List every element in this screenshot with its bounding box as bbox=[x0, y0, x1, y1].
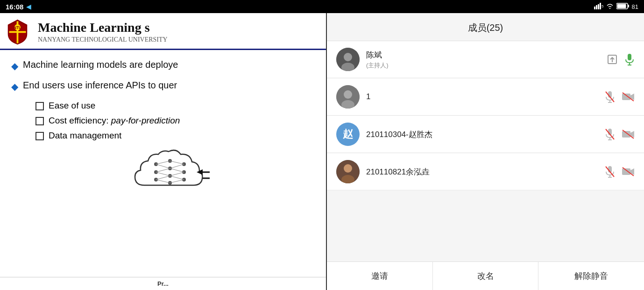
svg-rect-53 bbox=[622, 94, 630, 100]
slide-body: ◆ Machine learning models are deploye ◆ … bbox=[0, 50, 326, 277]
svg-rect-1 bbox=[596, 5, 597, 9]
svg-rect-70 bbox=[622, 168, 630, 175]
sub-item-1: Ease of use bbox=[35, 101, 315, 111]
member-avatar-yu bbox=[336, 160, 360, 183]
svg-rect-6 bbox=[628, 5, 629, 7]
member-name-chenbin: 陈斌 bbox=[366, 50, 607, 60]
battery-icon bbox=[616, 3, 630, 11]
member-controls-zhao bbox=[605, 128, 635, 140]
unmute-button[interactable]: 解除静音 bbox=[538, 262, 644, 290]
signal-icon: 5G bbox=[594, 3, 603, 11]
invite-button[interactable]: 邀请 bbox=[327, 262, 433, 290]
university-name: NANYANG TECHNOLOGICAL UNIVERSITY bbox=[38, 36, 168, 44]
ntu-logo: NTU bbox=[5, 18, 30, 46]
sub-item-2: Cost efficiency: pay-for-prediction bbox=[35, 116, 315, 126]
main-area: NTU Machine Learning s NANYANG TECHNOLOG… bbox=[0, 13, 644, 290]
member-item-zhao: 赵 210110304-赵胜杰 bbox=[327, 116, 644, 153]
avatar-text-zhao: 赵 bbox=[343, 127, 353, 141]
bullet-text-1: Machine learning models are deploye bbox=[23, 59, 178, 70]
member-avatar-1 bbox=[336, 85, 360, 109]
member-avatar-zhao: 赵 bbox=[336, 123, 360, 146]
battery-percent: 81 bbox=[632, 3, 638, 10]
cam-off-icon-yu[interactable] bbox=[622, 167, 635, 177]
checkbox-icon-2 bbox=[35, 117, 44, 125]
member-item-yu: 210110821余泓垚 bbox=[327, 153, 644, 190]
sub-text-1: Ease of use bbox=[49, 101, 95, 111]
member-info-1: 1 bbox=[366, 92, 605, 102]
svg-point-47 bbox=[344, 90, 352, 99]
mic-muted-icon-yu[interactable] bbox=[605, 166, 615, 178]
svg-text:5G: 5G bbox=[602, 4, 603, 8]
members-list: 陈斌 (主持人) bbox=[327, 41, 644, 261]
bullet-item-1: ◆ Machine learning models are deploye bbox=[11, 59, 315, 72]
cloud-area bbox=[11, 145, 315, 202]
member-avatar-chenbin bbox=[336, 48, 360, 71]
svg-line-26 bbox=[156, 172, 170, 176]
diamond-icon-2: ◆ bbox=[11, 81, 18, 92]
svg-line-24 bbox=[156, 164, 170, 168]
svg-rect-2 bbox=[598, 4, 599, 9]
member-info-zhao: 210110304-赵胜杰 bbox=[366, 129, 605, 140]
member-info-yu: 210110821余泓垚 bbox=[366, 167, 605, 177]
member-role-chenbin: (主持人) bbox=[366, 61, 607, 70]
mic-muted-icon-zhao[interactable] bbox=[605, 128, 615, 140]
members-title: 成员(25) bbox=[468, 22, 503, 33]
status-bar: 16:08 ◀ 5G 81 bbox=[0, 0, 644, 13]
svg-point-39 bbox=[344, 53, 352, 61]
member-info-chenbin: 陈斌 (主持人) bbox=[366, 50, 607, 70]
svg-line-32 bbox=[170, 172, 184, 176]
svg-rect-60 bbox=[622, 131, 630, 138]
svg-line-28 bbox=[156, 180, 170, 183]
svg-line-25 bbox=[156, 168, 170, 172]
mic-muted-icon-1[interactable] bbox=[605, 91, 615, 103]
svg-line-33 bbox=[170, 176, 184, 180]
status-time: 16:08 bbox=[6, 3, 23, 11]
diamond-icon-1: ◆ bbox=[11, 60, 18, 72]
checkbox-icon-1 bbox=[35, 102, 44, 110]
member-name-zhao: 210110304-赵胜杰 bbox=[366, 129, 605, 140]
sub-text-2: Cost efficiency: pay-for-prediction bbox=[49, 116, 180, 126]
slide-title: Machine Learning s bbox=[38, 20, 168, 35]
cam-off-icon-1[interactable] bbox=[622, 92, 635, 102]
slide-panel: NTU Machine Learning s NANYANG TECHNOLOG… bbox=[0, 13, 327, 290]
share-icon[interactable] bbox=[607, 54, 618, 65]
svg-text:NTU: NTU bbox=[14, 25, 21, 30]
mic-active-icon[interactable] bbox=[624, 53, 635, 65]
wifi-icon bbox=[606, 3, 614, 11]
svg-rect-0 bbox=[594, 7, 595, 9]
member-name-1: 1 bbox=[366, 92, 605, 102]
rename-button[interactable]: 改名 bbox=[433, 262, 539, 290]
checkbox-icon-3 bbox=[35, 132, 44, 140]
members-panel: 成员(25) 陈斌 (主持人) bbox=[327, 13, 644, 290]
member-name-yu: 210110821余泓垚 bbox=[366, 167, 605, 177]
bullet-text-2: End users use inference APIs to quer bbox=[23, 80, 177, 91]
cloud-diagram bbox=[116, 145, 224, 202]
members-header: 成员(25) bbox=[327, 13, 644, 41]
member-item-chenbin: 陈斌 (主持人) bbox=[327, 41, 644, 78]
bullet-item-2: ◆ End users use inference APIs to quer bbox=[11, 80, 315, 92]
svg-rect-3 bbox=[600, 3, 601, 9]
sub-text-3: Data management bbox=[49, 130, 121, 141]
action-buttons: 邀请 改名 解除静音 bbox=[327, 261, 644, 290]
slide-header: NTU Machine Learning s NANYANG TECHNOLOG… bbox=[0, 13, 326, 50]
member-controls-chenbin bbox=[607, 53, 635, 65]
member-item-1: 1 bbox=[327, 79, 644, 116]
svg-line-23 bbox=[156, 161, 170, 164]
svg-line-27 bbox=[156, 176, 170, 180]
sub-bullets: Ease of use Cost efficiency: pay-for-pre… bbox=[35, 101, 315, 141]
status-icons: 5G 81 bbox=[594, 3, 638, 11]
svg-rect-43 bbox=[628, 54, 631, 60]
member-controls-yu bbox=[605, 166, 635, 178]
sub-item-3: Data management bbox=[35, 130, 315, 141]
status-arrow: ◀ bbox=[26, 3, 31, 10]
slide-footer: Pr... bbox=[0, 277, 326, 290]
svg-rect-7 bbox=[617, 4, 626, 8]
cam-off-icon-zhao[interactable] bbox=[622, 129, 635, 139]
svg-line-30 bbox=[170, 164, 184, 168]
svg-line-34 bbox=[170, 180, 184, 183]
svg-line-31 bbox=[170, 168, 184, 172]
member-controls-1 bbox=[605, 91, 635, 103]
svg-line-29 bbox=[170, 161, 184, 164]
svg-point-64 bbox=[344, 164, 352, 173]
